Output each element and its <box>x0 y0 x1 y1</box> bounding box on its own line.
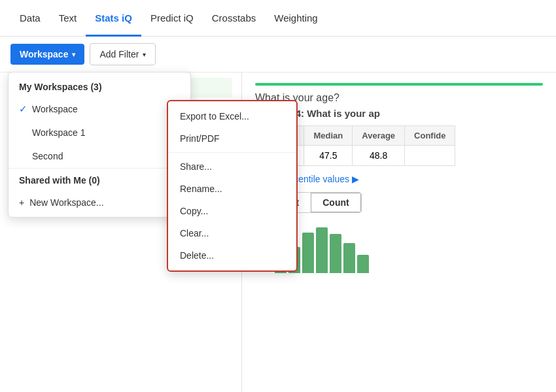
check-placeholder: ✓ <box>19 127 32 139</box>
context-copy[interactable]: Copy... <box>168 200 296 222</box>
bar-5 <box>330 234 341 273</box>
chart-area: 28 - <box>255 221 543 273</box>
nav-item-statsiq[interactable]: Stats iQ <box>86 0 141 37</box>
count-toggle[interactable]: Count <box>311 193 360 212</box>
top-nav: Data Text Stats iQ Predict iQ Crosstabs … <box>0 0 556 37</box>
cell-confidence <box>405 146 455 166</box>
workspace-item-workspace[interactable]: ✓ Workspace › <box>9 97 190 121</box>
context-menu: Export to Excel... Print/PDF Share... Re… <box>167 100 298 272</box>
check-placeholder2: ✓ <box>19 150 32 162</box>
col-median: Median <box>304 126 353 146</box>
arrow-right-icon: ▶ <box>352 174 359 184</box>
add-filter-label: Add Filter <box>99 49 139 59</box>
bar-3 <box>302 233 314 273</box>
toolbar: Workspace ▾ Add Filter ▾ <box>0 37 556 73</box>
col-average: Average <box>353 126 405 146</box>
percentile-link[interactable]: Show percentile values ▶ <box>255 174 543 184</box>
context-rename[interactable]: Rename... <box>168 178 296 200</box>
cell-median: 47.5 <box>304 146 353 166</box>
new-workspace-item[interactable]: + New Workspace... <box>9 191 190 217</box>
nav-item-text[interactable]: Text <box>50 0 86 37</box>
workspace-item-second[interactable]: ✓ Second <box>9 144 190 168</box>
context-clear[interactable]: Clear... <box>168 222 296 244</box>
workspace-chevron-icon: ▾ <box>72 51 75 58</box>
bar-7 <box>357 255 369 273</box>
context-divider <box>168 152 296 153</box>
context-export-excel[interactable]: Export to Excel... <box>168 105 296 127</box>
workspace-dropdown: My Workspaces (3) ✓ Workspace › ✓ Worksp… <box>8 72 191 218</box>
nav-item-data[interactable]: Data <box>10 0 50 37</box>
my-workspaces-title: My Workspaces (3) <box>9 73 190 97</box>
bar-4 <box>316 227 328 273</box>
cell-average: 48.8 <box>353 146 405 166</box>
nav-item-predictiq[interactable]: Predict iQ <box>141 0 203 37</box>
bar-6 <box>343 243 355 273</box>
workspace-button[interactable]: Workspace ▾ <box>10 44 84 65</box>
check-icon: ✓ <box>19 103 32 115</box>
nav-item-crosstabs[interactable]: Crosstabs <box>203 0 266 37</box>
plus-icon: + <box>19 197 24 208</box>
new-workspace-label: New Workspace... <box>29 197 103 208</box>
nav-item-weighting[interactable]: Weighting <box>265 0 326 37</box>
col-confidence: Confide <box>405 126 455 146</box>
workspace-item-label-3: Second <box>32 151 63 161</box>
green-bar <box>255 83 543 86</box>
context-delete[interactable]: Delete... <box>168 244 296 267</box>
context-share[interactable]: Share... <box>168 155 296 178</box>
workspace-item-workspace1[interactable]: ✓ Workspace 1 👥 <box>9 121 190 144</box>
add-filter-chevron-icon: ▾ <box>143 51 146 58</box>
workspace-item-label-1: Workspace <box>32 104 78 114</box>
workspace-item-label-2: Workspace 1 <box>32 127 85 138</box>
chart-question-title: What is your age? <box>255 92 543 104</box>
shared-with-me-title: Shared with Me (0) <box>9 168 190 191</box>
context-print-pdf[interactable]: Print/PDF <box>168 127 296 150</box>
workspace-button-label: Workspace <box>20 49 68 59</box>
summary-title: ary of Q34: What is your ap <box>255 108 543 119</box>
add-filter-button[interactable]: Add Filter ▾ <box>90 43 156 65</box>
